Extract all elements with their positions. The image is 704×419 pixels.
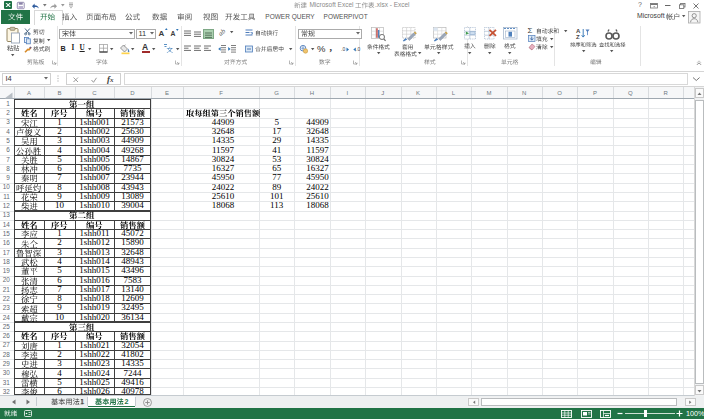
svg-text:A: A — [576, 28, 581, 34]
svg-text:Z: Z — [576, 34, 580, 40]
svg-text:.0: .0 — [356, 46, 360, 52]
svg-text:.0: .0 — [341, 46, 345, 52]
